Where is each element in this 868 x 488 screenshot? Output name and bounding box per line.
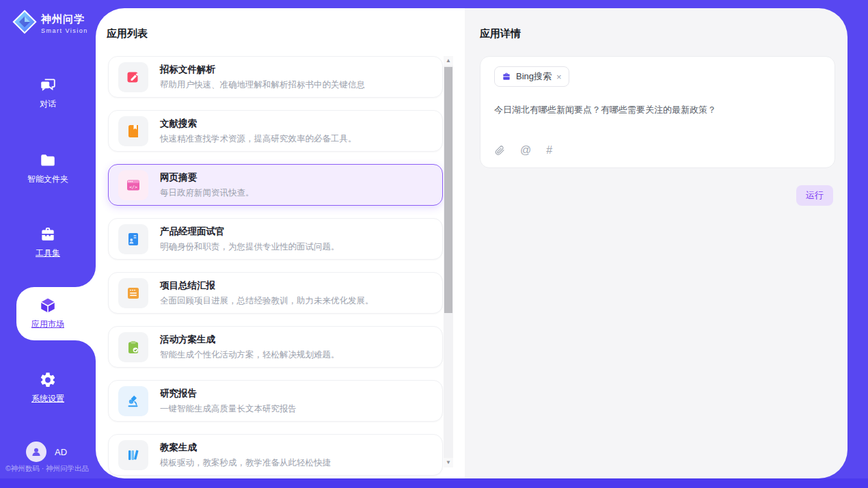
cube-icon (39, 297, 57, 314)
scrollbar-up-arrow[interactable]: ▲ (444, 56, 453, 66)
sidebar-item-label: 智能文件夹 (27, 174, 68, 185)
sidebar-item-settings[interactable]: 系统设置 (0, 371, 96, 407)
clipboard-check-icon (118, 332, 148, 362)
app-card-web-summary[interactable]: </> 网页摘要 每日政府新闻资讯快查。 (108, 164, 443, 206)
app-card-research-report[interactable]: 研究报告 一键智能生成高质量长文本研究报告 (108, 380, 443, 422)
sidebar-item-app-market[interactable]: 应用市场 (0, 297, 96, 332)
resume-person-icon (118, 224, 148, 254)
toolbox-icon (39, 226, 57, 243)
composer-toolbar: @ # (494, 144, 552, 157)
briefcase-icon (502, 72, 511, 81)
brand-subtitle: Smart Vision (41, 27, 88, 34)
note-icon (118, 278, 148, 308)
sidebar-item-smart-folder[interactable]: 智能文件夹 (0, 152, 96, 187)
run-button[interactable]: 运行 (796, 185, 833, 206)
app-card-event-plan[interactable]: 活动方案生成 智能生成个性化活动方案，轻松解决规划难题。 (108, 326, 443, 368)
query-text-input[interactable]: 今日湖北有哪些新闻要点？有哪些需要关注的最新政策？ (494, 103, 821, 117)
app-detail-title: 应用详情 (480, 27, 521, 40)
app-desc: 一键智能生成高质量长文本研究报告 (160, 403, 297, 415)
app-list-title: 应用列表 (107, 27, 148, 40)
app-card-list: 招标文件解析 帮助用户快速、准确地理解和解析招标书中的关键信息 文献搜索 快速精… (108, 56, 443, 476)
content-area: 应用列表 招标文件解析 帮助用户快速、准确地理解和解析招标书中的关键信息 (96, 8, 847, 478)
folder-icon (39, 152, 57, 170)
app-desc: 帮助用户快速、准确地理解和解析招标书中的关键信息 (160, 79, 365, 91)
bubble-notch-top (75, 267, 96, 287)
app-desc: 全面回顾项目进展，总结经验教训，助力未来优化发展。 (160, 295, 374, 307)
sidebar-item-label: 系统设置 (31, 393, 64, 405)
app-card-bid-document-analysis[interactable]: 招标文件解析 帮助用户快速、准确地理解和解析招标书中的关键信息 (108, 56, 443, 98)
app-name: 产品经理面试官 (160, 226, 340, 238)
gear-icon (39, 371, 57, 389)
tool-tag-label: Bing搜索 (516, 70, 552, 83)
user-icon (30, 446, 42, 458)
tool-tag-bing-search[interactable]: Bing搜索 × (494, 66, 569, 87)
browser-code-icon: </> (118, 170, 148, 200)
sidebar-item-toolbox[interactable]: 工具集 (0, 226, 96, 261)
sidebar: 神州问学 Smart Vision 对话 智能文件夹 工具集 应用市场 (0, 0, 96, 488)
app-name: 网页摘要 (160, 172, 254, 184)
copyright-footer: ©神州数码 · 神州问学出品 (5, 464, 96, 474)
app-name: 文献搜索 (160, 118, 357, 130)
app-card-lesson-plan[interactable]: 教案生成 模板驱动，教案秒成，教学准备从此轻松快捷 (108, 434, 443, 476)
app-name: 教案生成 (160, 442, 331, 454)
app-card-pm-interviewer[interactable]: 产品经理面试官 明确身份和职责，为您提供专业性的面试问题。 (108, 218, 443, 260)
chat-icon (39, 77, 57, 94)
brand-diamond-icon (12, 10, 37, 37)
scrollbar[interactable]: ▲ ▼ (444, 56, 453, 467)
bottom-frame-strip (0, 478, 868, 488)
app-name: 研究报告 (160, 388, 297, 400)
user-name: AD (55, 447, 67, 457)
app-desc: 快速精准查找学术资源，提高研究效率的必备工具。 (160, 133, 357, 145)
sidebar-item-label: 工具集 (36, 247, 60, 259)
hash-icon[interactable]: # (546, 144, 552, 157)
microscope-icon (118, 386, 148, 416)
app-name: 招标文件解析 (160, 64, 365, 76)
sidebar-item-label: 对话 (40, 98, 56, 110)
sidebar-item-chat[interactable]: 对话 (0, 77, 96, 112)
app-list-panel: 应用列表 招标文件解析 帮助用户快速、准确地理解和解析招标书中的关键信息 (96, 8, 465, 478)
scrollbar-thumb[interactable] (444, 67, 452, 313)
pen-square-icon (118, 62, 148, 92)
app-name: 项目总结汇报 (160, 280, 374, 292)
app-detail-panel: 应用详情 Bing搜索 × 今日湖北有哪些新闻要点？有哪些需要关注的最新政策？ … (465, 8, 847, 478)
app-name: 活动方案生成 (160, 334, 340, 346)
books-icon (118, 440, 148, 470)
avatar (26, 442, 46, 462)
tag-close-icon[interactable]: × (556, 72, 562, 81)
brand-name: 神州问学 (41, 13, 88, 26)
book-icon (118, 116, 148, 146)
app-desc: 智能生成个性化活动方案，轻松解决规划难题。 (160, 349, 340, 361)
bubble-notch-bottom (75, 340, 96, 361)
svg-text:</>: </> (129, 184, 137, 189)
app-desc: 模板驱动，教案秒成，教学准备从此轻松快捷 (160, 457, 331, 469)
app-card-project-summary[interactable]: 项目总结汇报 全面回顾项目进展，总结经验教训，助力未来优化发展。 (108, 272, 443, 314)
app-card-literature-search[interactable]: 文献搜索 快速精准查找学术资源，提高研究效率的必备工具。 (108, 110, 443, 152)
query-composer[interactable]: Bing搜索 × 今日湖北有哪些新闻要点？有哪些需要关注的最新政策？ @ # (480, 56, 835, 168)
at-icon[interactable]: @ (520, 144, 531, 157)
scrollbar-down-arrow[interactable]: ▼ (444, 458, 453, 467)
app-desc: 每日政府新闻资讯快查。 (160, 187, 254, 199)
user-account[interactable]: AD (26, 442, 67, 462)
app-desc: 明确身份和职责，为您提供专业性的面试问题。 (160, 241, 340, 253)
brand-logo: 神州问学 Smart Vision (12, 10, 88, 37)
sidebar-item-label: 应用市场 (31, 318, 64, 330)
paperclip-icon[interactable] (494, 145, 505, 156)
